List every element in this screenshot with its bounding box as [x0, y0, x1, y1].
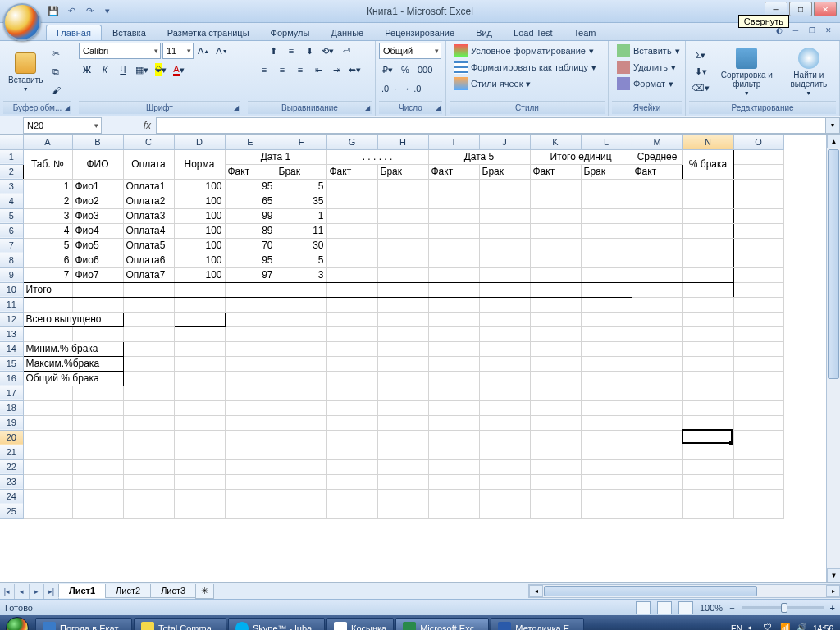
cell-D23[interactable]	[174, 474, 225, 489]
cell-K23[interactable]	[530, 474, 581, 489]
col-header-J[interactable]: J	[479, 135, 530, 149]
cell-N6[interactable]	[682, 223, 733, 238]
font-size-combo[interactable]: 11	[162, 43, 194, 59]
cell-L9[interactable]	[581, 267, 632, 282]
cell-O23[interactable]	[733, 474, 783, 489]
font-name-combo[interactable]: Calibri	[79, 43, 161, 59]
cell-O3[interactable]	[733, 179, 783, 194]
cell-O17[interactable]	[733, 386, 783, 400]
cell-K4[interactable]	[530, 194, 581, 208]
cell-K11[interactable]	[530, 297, 581, 312]
decrease-decimal-icon[interactable]: ←.0	[402, 80, 423, 97]
cell-I19[interactable]	[428, 415, 479, 430]
zoom-in-icon[interactable]: +	[830, 603, 835, 613]
cell-N1[interactable]: % брака	[682, 149, 733, 179]
cell-M11[interactable]	[632, 297, 682, 312]
cell-B24[interactable]	[72, 489, 123, 504]
cell-A8[interactable]: 6	[23, 253, 72, 267]
cell-O13[interactable]	[733, 326, 783, 341]
cell-L8[interactable]	[581, 253, 632, 267]
cell-H12[interactable]	[377, 312, 428, 326]
cell-A22[interactable]	[23, 459, 72, 474]
cell-M20[interactable]	[632, 430, 682, 445]
cell-E2[interactable]: Факт	[225, 164, 276, 179]
cell-I11[interactable]	[428, 297, 479, 312]
indent-increase-icon[interactable]: ⇥	[328, 62, 345, 78]
cell-G5[interactable]	[326, 208, 377, 223]
row-header-4[interactable]: 4	[0, 194, 23, 208]
cell-G4[interactable]	[326, 194, 377, 208]
cell-N16[interactable]	[682, 371, 733, 386]
col-header-G[interactable]: G	[326, 135, 377, 149]
cell-L12[interactable]	[581, 312, 632, 326]
cell-L11[interactable]	[581, 297, 632, 312]
shrink-font-icon[interactable]: A▼	[213, 43, 230, 59]
cell-J11[interactable]	[479, 297, 530, 312]
cell-A10[interactable]: Итого	[23, 282, 72, 297]
percent-icon[interactable]: %	[397, 62, 413, 78]
cell-D14[interactable]	[174, 341, 225, 356]
cell-H16[interactable]	[377, 371, 428, 386]
cell-C24[interactable]	[123, 489, 174, 504]
cell-K9[interactable]	[530, 267, 581, 282]
cell-F12[interactable]	[276, 312, 326, 326]
cell-K12[interactable]	[530, 312, 581, 326]
wrap-text-icon[interactable]: ⏎	[338, 43, 354, 59]
row-header-3[interactable]: 3	[0, 179, 23, 194]
cell-A24[interactable]	[23, 489, 72, 504]
cell-G9[interactable]	[326, 267, 377, 282]
cell-E25[interactable]	[225, 504, 276, 518]
cell-I1[interactable]: Дата 5	[428, 149, 530, 164]
cell-M4[interactable]	[632, 194, 682, 208]
cell-I4[interactable]	[428, 194, 479, 208]
tray-shield-icon[interactable]: 🛡	[764, 623, 775, 630]
cell-M12[interactable]	[632, 312, 682, 326]
cell-I9[interactable]	[428, 267, 479, 282]
cell-A16[interactable]: Общий % брака	[23, 371, 123, 386]
cell-G25[interactable]	[326, 504, 377, 518]
cell-E12[interactable]	[225, 312, 276, 326]
cell-L16[interactable]	[581, 371, 632, 386]
row-header-22[interactable]: 22	[0, 459, 23, 474]
cell-L6[interactable]	[581, 223, 632, 238]
cell-A13[interactable]	[23, 326, 72, 341]
cell-G3[interactable]	[326, 179, 377, 194]
cell-A20[interactable]	[23, 430, 72, 445]
cell-H3[interactable]	[377, 179, 428, 194]
cell-J21[interactable]	[479, 445, 530, 459]
cell-F20[interactable]	[276, 430, 326, 445]
cell-J12[interactable]	[479, 312, 530, 326]
col-header-M[interactable]: M	[632, 135, 682, 149]
row-header-15[interactable]: 15	[0, 356, 23, 371]
taskbar-totalcommander[interactable]: Total Comma...	[134, 618, 226, 630]
cell-M16[interactable]	[632, 371, 682, 386]
cell-C17[interactable]	[123, 386, 174, 400]
cell-I10[interactable]	[428, 282, 479, 297]
cell-M8[interactable]	[632, 253, 682, 267]
cell-M18[interactable]	[632, 400, 682, 415]
cell-A23[interactable]	[23, 474, 72, 489]
redo-icon[interactable]: ↷	[82, 4, 97, 19]
cell-N9[interactable]	[682, 267, 733, 282]
cell-F15[interactable]	[276, 356, 326, 371]
cell-O4[interactable]	[733, 194, 783, 208]
cell-K7[interactable]	[530, 238, 581, 253]
fill-color-button[interactable]: ⬙▾	[153, 62, 169, 78]
cell-F23[interactable]	[276, 474, 326, 489]
cell-B11[interactable]	[72, 297, 123, 312]
cell-C6[interactable]: Оплата4	[123, 223, 174, 238]
cell-N17[interactable]	[682, 386, 733, 400]
cell-K16[interactable]	[530, 371, 581, 386]
cell-L10[interactable]	[581, 282, 632, 297]
cell-H20[interactable]	[377, 430, 428, 445]
cell-C7[interactable]: Оплата5	[123, 238, 174, 253]
cell-D15[interactable]	[174, 356, 225, 371]
cell-F17[interactable]	[276, 386, 326, 400]
cell-L18[interactable]	[581, 400, 632, 415]
cell-N13[interactable]	[682, 326, 733, 341]
cell-D18[interactable]	[174, 400, 225, 415]
cell-O14[interactable]	[733, 341, 783, 356]
cell-C18[interactable]	[123, 400, 174, 415]
cell-H4[interactable]	[377, 194, 428, 208]
cell-N5[interactable]	[682, 208, 733, 223]
